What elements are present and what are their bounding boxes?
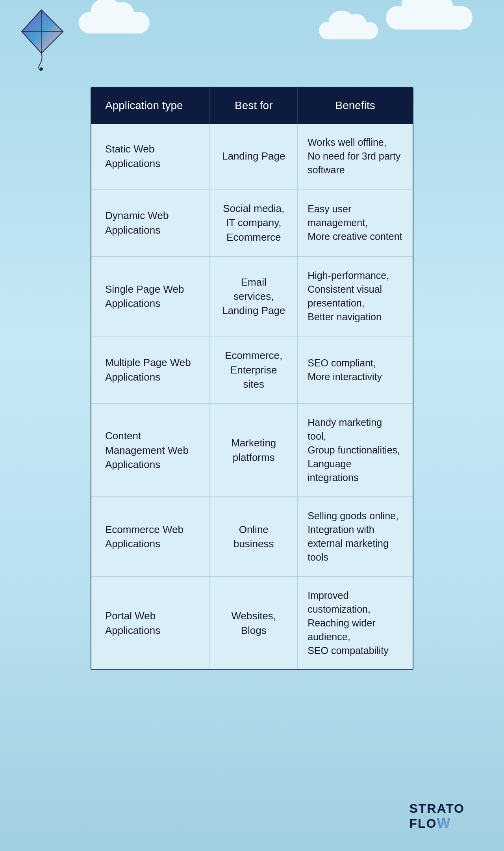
cell-app-type: Dynamic Web Applications	[91, 189, 210, 256]
kite-illustration	[20, 8, 67, 71]
cell-benefits: Handy marketing tool, Group functionalit…	[297, 403, 413, 497]
cell-app-type: Static Web Applications	[91, 124, 210, 189]
comparison-table: Application type Best for Benefits Stati…	[91, 87, 413, 670]
logo-line2: FLOW	[409, 816, 465, 831]
cloud-3	[319, 22, 378, 39]
cloud-2	[386, 6, 472, 30]
cell-benefits: Works well offline, No need for 3rd part…	[297, 124, 413, 189]
cell-best-for: Email services, Landing Page	[210, 256, 297, 336]
table-row: Portal Web ApplicationsWebsites, BlogsIm…	[91, 576, 413, 669]
header-benefits: Benefits	[297, 87, 413, 124]
cell-best-for: Landing Page	[210, 124, 297, 189]
cell-app-type: Single Page Web Applications	[91, 256, 210, 336]
cell-benefits: Improved customization, Reaching wider a…	[297, 576, 413, 669]
table-header-row: Application type Best for Benefits	[91, 87, 413, 124]
logo-text: STRATO FLOW	[409, 802, 465, 831]
cell-app-type: Portal Web Applications	[91, 576, 210, 669]
logo-line1: STRATO	[409, 802, 465, 816]
main-content: Application type Best for Benefits Stati…	[91, 87, 413, 670]
cell-benefits: Selling goods online, Integration with e…	[297, 497, 413, 576]
header-application-type: Application type	[91, 87, 210, 124]
cell-app-type: Multiple Page Web Applications	[91, 336, 210, 403]
cell-benefits: High-performance, Consistent visual pres…	[297, 256, 413, 336]
table-row: Single Page Web ApplicationsEmail servic…	[91, 256, 413, 336]
cloud-1	[79, 12, 150, 33]
table-row: Ecommerce Web ApplicationsOnline busines…	[91, 497, 413, 576]
cell-best-for: Ecommerce, Enterprise sites	[210, 336, 297, 403]
logo-v-letter: W	[437, 816, 451, 831]
logo: STRATO FLOW	[409, 802, 465, 831]
table-row: Static Web ApplicationsLanding PageWorks…	[91, 124, 413, 189]
cell-app-type: Ecommerce Web Applications	[91, 497, 210, 576]
cell-best-for: Websites, Blogs	[210, 576, 297, 669]
table-row: Multiple Page Web ApplicationsEcommerce,…	[91, 336, 413, 403]
cell-benefits: Easy user management, More creative cont…	[297, 189, 413, 256]
logo-flow-text: FLO	[409, 817, 437, 831]
cell-benefits: SEO compliant, More interactivity	[297, 336, 413, 403]
cell-best-for: Online business	[210, 497, 297, 576]
header-best-for: Best for	[210, 87, 297, 124]
svg-point-3	[40, 67, 43, 71]
table-row: Content Management Web ApplicationsMarke…	[91, 403, 413, 497]
table-row: Dynamic Web ApplicationsSocial media, IT…	[91, 189, 413, 256]
cell-best-for: Social media, IT company, Ecommerce	[210, 189, 297, 256]
cell-best-for: Marketing platforms	[210, 403, 297, 497]
cell-app-type: Content Management Web Applications	[91, 403, 210, 497]
